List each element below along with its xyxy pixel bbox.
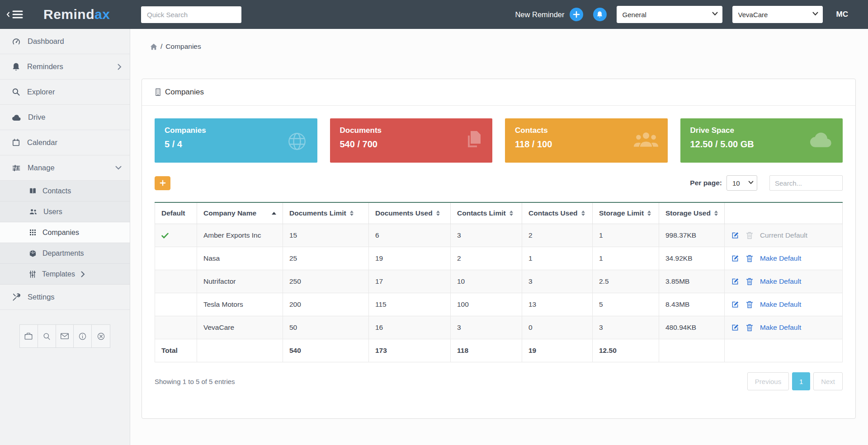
pagination-page-1-button[interactable]: 1 bbox=[792, 372, 810, 390]
sidebar-item-dashboard[interactable]: Dashboard bbox=[0, 29, 130, 54]
table-cell: 17 bbox=[369, 270, 451, 293]
sidebar-item-departments[interactable]: Departments bbox=[0, 243, 130, 264]
sidebar-toggle-button[interactable] bbox=[6, 10, 24, 19]
navbar-left: Remindax bbox=[0, 7, 130, 22]
column-header-contacts-used[interactable]: Contacts Used bbox=[522, 202, 593, 224]
table-cell: 173 bbox=[369, 339, 451, 362]
sidebar-item-contacts[interactable]: Contacts bbox=[0, 181, 130, 201]
companies-table: Default Company Name Documents Limit Doc… bbox=[155, 202, 843, 362]
per-page-select[interactable]: 10 bbox=[726, 175, 757, 191]
sidebar-quick-icons bbox=[19, 324, 110, 348]
sidebar-item-drive[interactable]: Drive bbox=[0, 105, 130, 130]
delete-icon[interactable] bbox=[746, 300, 753, 309]
sort-icon bbox=[509, 211, 513, 216]
table-cell: 3 bbox=[451, 316, 522, 339]
default-cell bbox=[155, 293, 197, 316]
breadcrumb-current: Companies bbox=[165, 42, 201, 51]
cloud-icon bbox=[808, 130, 834, 148]
sidebar-item-label: Settings bbox=[28, 293, 55, 301]
sidebar-item-label: Drive bbox=[28, 113, 46, 122]
brand-logo[interactable]: Remindax bbox=[43, 7, 110, 22]
calendar-icon bbox=[12, 138, 20, 147]
table-header-row: Default Company Name Documents Limit Doc… bbox=[155, 202, 843, 224]
actions-cell: Current Default bbox=[724, 224, 842, 247]
panel-title: Companies bbox=[165, 88, 204, 97]
table-cell: Amber Exports Inc bbox=[197, 224, 283, 247]
table-cell: 8.43MB bbox=[659, 293, 725, 316]
info-icon[interactable] bbox=[74, 325, 92, 347]
quick-search-input[interactable] bbox=[141, 6, 241, 23]
sidebar-item-users[interactable]: Users bbox=[0, 201, 130, 222]
column-header-storage-limit[interactable]: Storage Limit bbox=[593, 202, 659, 224]
delete-icon bbox=[746, 231, 753, 239]
mail-icon[interactable] bbox=[56, 325, 74, 347]
sidebar-item-calendar[interactable]: Calendar bbox=[0, 130, 130, 155]
column-header-company-name[interactable]: Company Name bbox=[197, 202, 283, 224]
plus-icon bbox=[160, 180, 166, 186]
table-cell: 6 bbox=[369, 224, 451, 247]
close-circle-icon[interactable] bbox=[92, 325, 110, 347]
column-header-documents-used[interactable]: Documents Used bbox=[369, 202, 451, 224]
brand-part1: Remind bbox=[43, 7, 94, 22]
make-default-link[interactable]: Make Default bbox=[760, 254, 801, 262]
briefcase-icon[interactable] bbox=[20, 325, 38, 347]
sidebar-item-reminders[interactable]: Reminders bbox=[0, 54, 130, 80]
sliders-icon bbox=[12, 164, 21, 173]
make-default-link[interactable]: Make Default bbox=[760, 323, 801, 332]
column-header-documents-limit[interactable]: Documents Limit bbox=[283, 202, 369, 224]
total-row: Total 540 173 118 19 12.50 bbox=[155, 339, 843, 362]
table-cell: 118 bbox=[451, 339, 522, 362]
delete-icon[interactable] bbox=[746, 323, 753, 332]
cloud-icon bbox=[12, 114, 21, 121]
main-content: / Companies Companies Companies 5 / 4 bbox=[130, 29, 868, 445]
table-cell: 0 bbox=[522, 316, 593, 339]
brand-part2: ax bbox=[94, 7, 110, 22]
edit-icon[interactable] bbox=[731, 277, 739, 286]
home-icon[interactable] bbox=[150, 43, 157, 50]
column-header-default[interactable]: Default bbox=[155, 202, 197, 224]
table-cell: 16 bbox=[369, 316, 451, 339]
new-reminder-add-button[interactable] bbox=[570, 8, 583, 21]
stat-label: Documents bbox=[340, 126, 483, 135]
edit-icon[interactable] bbox=[731, 254, 739, 262]
table-cell: 3 bbox=[593, 316, 659, 339]
sidebar-item-templates[interactable]: Templates bbox=[0, 264, 130, 285]
company-select[interactable]: VevaCare bbox=[732, 6, 823, 23]
column-header-contacts-limit[interactable]: Contacts Limit bbox=[451, 202, 522, 224]
table-search-input[interactable] bbox=[769, 175, 843, 191]
sidebar-item-companies[interactable]: Companies bbox=[0, 222, 130, 243]
grid-icon bbox=[29, 229, 37, 236]
table-cell: 998.37KB bbox=[659, 224, 725, 247]
pagination-next-button[interactable]: Next bbox=[813, 372, 843, 390]
top-navbar: Remindax New Reminder General VevaCare bbox=[0, 0, 868, 29]
sidebar-item-label: Manage bbox=[28, 164, 55, 172]
toolbar-right: Per page: 10 bbox=[690, 175, 843, 191]
sidebar-item-manage[interactable]: Manage bbox=[0, 155, 130, 181]
actions-cell: Make Default bbox=[724, 247, 842, 270]
edit-icon[interactable] bbox=[731, 300, 739, 309]
add-company-button[interactable] bbox=[155, 176, 170, 190]
make-default-link[interactable]: Make Default bbox=[760, 300, 801, 309]
make-default-link[interactable]: Make Default bbox=[760, 277, 801, 286]
search-icon[interactable] bbox=[38, 325, 56, 347]
sidebar-item-explorer[interactable]: Explorer bbox=[0, 80, 130, 105]
notifications-button[interactable] bbox=[593, 8, 607, 21]
delete-icon[interactable] bbox=[746, 254, 753, 262]
table-cell: 3 bbox=[522, 270, 593, 293]
stat-card-companies: Companies 5 / 4 bbox=[155, 118, 317, 163]
pagination-previous-button[interactable]: Previous bbox=[747, 372, 789, 390]
delete-icon[interactable] bbox=[746, 277, 753, 286]
edit-icon[interactable] bbox=[731, 323, 739, 332]
column-header-storage-used[interactable]: Storage Used bbox=[659, 202, 725, 224]
new-reminder-label[interactable]: New Reminder bbox=[515, 10, 564, 19]
sidebar-item-label: Explorer bbox=[27, 88, 55, 96]
navbar-right: New Reminder General VevaCare bbox=[515, 6, 868, 23]
user-avatar-initials[interactable]: MC bbox=[836, 10, 848, 19]
sidebar-item-settings[interactable]: Settings bbox=[0, 285, 130, 310]
sidebar-item-label: Departments bbox=[42, 249, 84, 258]
per-page-label: Per page: bbox=[690, 179, 722, 187]
reminder-type-select[interactable]: General bbox=[617, 6, 722, 23]
edit-icon[interactable] bbox=[731, 231, 739, 239]
panel-header: Companies bbox=[142, 79, 855, 106]
bell-icon bbox=[12, 62, 20, 71]
